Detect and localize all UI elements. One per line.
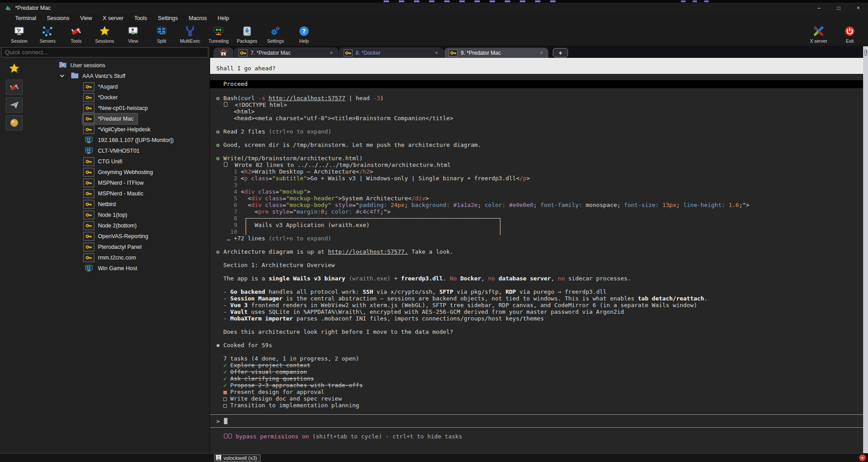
menu-item-help[interactable]: Help	[218, 15, 229, 21]
close-button[interactable]: ×	[848, 3, 868, 13]
home-tab[interactable]	[214, 48, 233, 58]
ssh-key-icon	[83, 125, 94, 134]
session-item-inner[interactable]: CTG Unifi	[82, 156, 127, 167]
session-item-inner[interactable]: CLT-VMHOST01	[82, 145, 144, 157]
session-item-inner[interactable]: *New-cp01-heistacp	[82, 102, 152, 114]
right-scrollbar-rail[interactable]	[863, 46, 868, 453]
session-item-inner[interactable]: Node 2(bottom)	[82, 220, 141, 231]
terminal-tab-1[interactable]: 7. *Predator Mac×	[234, 48, 338, 58]
session-item-inner[interactable]: Greyming Webhosting	[82, 166, 157, 178]
multiexec-icon	[184, 24, 196, 38]
menu-item-macros[interactable]: Macros	[189, 15, 207, 21]
rdp-monitor-icon	[83, 264, 94, 273]
sessions-sidebar: User sessionsAAA Vantz's Stuff*Asgard*Do…	[0, 46, 210, 453]
tree-root-user-sessions[interactable]: User sessions	[28, 60, 210, 71]
terminal-tab-2[interactable]: 8. *Docker×	[339, 48, 443, 58]
toolbar-settings-button[interactable]: Settings	[264, 24, 288, 44]
session-item-inner[interactable]: Netbird	[82, 199, 120, 210]
toolbar-exit-button[interactable]: Exit	[838, 24, 862, 44]
toolbar-servers-button[interactable]: Servers	[36, 24, 60, 44]
terminal-line: ■ Present design for approval	[210, 389, 863, 395]
toolbar-split-button[interactable]: Split	[150, 24, 174, 44]
session-item[interactable]: Greyming Webhosting	[28, 167, 210, 178]
session-item[interactable]: Pterodactyl Panel	[28, 242, 210, 252]
prompt-input[interactable]: >	[210, 414, 863, 428]
session-item-inner[interactable]: Node 1(top)	[82, 209, 132, 221]
tab-close-icon[interactable]: ×	[329, 50, 334, 56]
session-item-inner[interactable]: 192.168.1.107 ([UPS-Monitor])	[82, 134, 178, 146]
toolbar-x-server-button[interactable]: X server	[807, 24, 831, 44]
session-item-inner[interactable]: *Asgard	[82, 81, 122, 93]
menu-item-settings[interactable]: Settings	[158, 15, 178, 21]
toolbar-help-button[interactable]: ?Help	[292, 24, 316, 44]
session-item-inner[interactable]: *VigilCyber-Helpdesk	[82, 124, 155, 135]
session-item-label: Greyming Webhosting	[98, 169, 153, 175]
session-item[interactable]: rmm.t2cnc.com	[28, 252, 210, 263]
toolbar-packages-button[interactable]: Packages	[235, 24, 259, 44]
session-item[interactable]: *New-cp01-heistacp	[28, 103, 210, 113]
session-item-inner[interactable]: *Docker	[82, 92, 122, 103]
tree-group-row[interactable]: AAA Vantz's Stuff	[28, 71, 210, 81]
menu-item-tools[interactable]: Tools	[134, 15, 147, 21]
terminal-line: 7 <pre style="margin:0; color: #c4c4ff;"…	[210, 208, 863, 215]
quick-connect-input[interactable]	[1, 47, 208, 57]
session-item[interactable]: CLT-VMHOST01	[28, 146, 210, 156]
terminal-blank-line	[210, 122, 863, 128]
session-item-inner[interactable]: Pterodactyl Panel	[82, 241, 146, 253]
terminal-line: 3	[210, 182, 863, 188]
exit-icon	[844, 24, 856, 38]
session-item[interactable]: *Asgard	[28, 81, 210, 92]
proceed-selected-option[interactable]: Proceed	[210, 80, 863, 88]
tool-bullet-icon	[216, 97, 219, 100]
session-item-inner[interactable]: OpenVAS-Reporting	[82, 231, 153, 242]
toolbar-tools-button[interactable]: Tools	[64, 24, 88, 44]
session-item[interactable]: Win Game Host	[28, 263, 210, 274]
rail-knife-button[interactable]	[6, 80, 23, 95]
session-item-inner[interactable]: MSPNerd - Mautic	[82, 188, 148, 199]
session-item-label: Pterodactyl Panel	[98, 244, 142, 250]
session-item[interactable]: *Docker	[28, 92, 210, 103]
session-item[interactable]: CTG Unifi	[28, 156, 210, 167]
terminal[interactable]: Shall I go ahead? Proceed Bash(curl -s h…	[210, 58, 863, 453]
toolbar-tunneling-button[interactable]: Tunneling	[207, 24, 231, 44]
paperclip-icon[interactable]	[864, 49, 868, 58]
terminal-line: Good, screen dir is /tmp/brainstorm. Let…	[210, 142, 863, 148]
toolbar-button-label: Exit	[846, 38, 854, 44]
menu-item-terminal[interactable]: Terminal	[15, 15, 36, 21]
terminal-tab-3[interactable]: 9. *Predator Mac×	[444, 48, 548, 58]
missing-glyph-box	[224, 102, 227, 107]
session-item[interactable]: Node 2(bottom)	[28, 220, 210, 231]
rail-orb-button[interactable]	[6, 115, 23, 130]
session-item[interactable]: Node 1(top)	[28, 210, 210, 220]
session-item[interactable]: *Predator Mac	[28, 113, 210, 124]
rail-plane-button[interactable]	[6, 97, 23, 113]
chevron-down-icon[interactable]	[60, 73, 65, 79]
tab-close-icon[interactable]: ×	[434, 50, 439, 56]
close-notification-icon[interactable]: ×	[859, 454, 866, 461]
session-item-inner[interactable]: *Predator Mac	[82, 113, 138, 125]
session-item[interactable]: MSPNerd - Mautic	[28, 188, 210, 199]
session-item-inner[interactable]: MSPNerd - ITFlow	[82, 177, 148, 189]
menu-item-sessions[interactable]: Sessions	[47, 15, 69, 21]
tab-close-icon[interactable]: ×	[539, 50, 544, 56]
minimize-button[interactable]: –	[809, 3, 829, 13]
session-item[interactable]: 192.168.1.107 ([UPS-Monitor])	[28, 135, 210, 146]
rail-star-button[interactable]	[5, 60, 23, 77]
user-sessions-button[interactable]: vstockwell (x3)	[214, 454, 260, 462]
toolbar-sessions-button[interactable]: Sessions	[93, 24, 117, 44]
session-item[interactable]: Netbird	[28, 199, 210, 210]
menu-item-view[interactable]: View	[80, 15, 92, 21]
session-item[interactable]: MSPNerd - ITFlow	[28, 178, 210, 188]
toolbar-session-button[interactable]: Session	[7, 24, 31, 44]
toolbar-view-button[interactable]: View	[121, 24, 145, 44]
maximize-button[interactable]: □	[829, 3, 848, 13]
terminal-line: 6 <div class="mockup-body" style="paddin…	[210, 202, 863, 208]
toolbar-multiexec-button[interactable]: MultiExec	[178, 24, 202, 44]
session-item-inner[interactable]: rmm.t2cnc.com	[82, 252, 140, 263]
split-icon	[156, 24, 167, 38]
new-tab-button[interactable]: +	[553, 48, 568, 57]
menu-item-x-server[interactable]: X server	[103, 15, 124, 21]
session-item-inner[interactable]: Win Game Host	[82, 263, 142, 274]
session-item[interactable]: OpenVAS-Reporting	[28, 231, 210, 242]
session-item[interactable]: *VigilCyber-Helpdesk	[28, 124, 210, 135]
